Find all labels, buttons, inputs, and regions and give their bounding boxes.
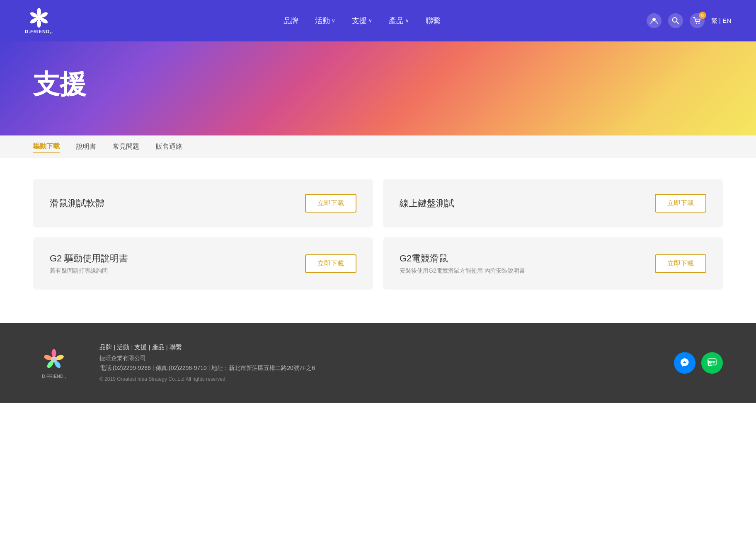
header: D.FRIEND,, 品牌 活動 ∨ 支援 ∨ 產品 ∨ 聯繫 bbox=[0, 0, 756, 41]
cart-badge: 0 bbox=[699, 12, 706, 19]
logo-text: D.FRIEND,, bbox=[25, 29, 53, 34]
header-actions: 0 繁 | EN bbox=[647, 13, 731, 28]
download-keyboard-test-button[interactable]: 立即下載 bbox=[655, 194, 706, 213]
nav-products[interactable]: 產品 ∨ bbox=[389, 16, 409, 26]
hero-title: 支援 bbox=[33, 66, 86, 102]
footer-logo-icon bbox=[39, 347, 68, 372]
logo-icon bbox=[27, 7, 51, 28]
subnav-manual[interactable]: 說明書 bbox=[76, 141, 96, 153]
footer-logo-text: D.FRIEND,, bbox=[42, 374, 66, 379]
download-g2-manual-button[interactable]: 立即下載 bbox=[305, 254, 356, 273]
footer-logo: D.FRIEND,, bbox=[33, 347, 75, 379]
search-icon[interactable] bbox=[668, 13, 683, 28]
footer-company: 捷旺企業有限公司 bbox=[99, 355, 649, 362]
messenger-button[interactable] bbox=[674, 352, 695, 374]
footer: D.FRIEND,, 品牌 | 活動 | 支援 | 產品 | 聯繫 捷旺企業有限… bbox=[0, 323, 756, 403]
svg-point-8 bbox=[672, 18, 677, 22]
card-g2-mouse-title: G2電競滑鼠 bbox=[400, 252, 655, 265]
nav-support[interactable]: 支援 ∨ bbox=[352, 16, 372, 26]
subnav-faq[interactable]: 常見問題 bbox=[113, 141, 139, 153]
card-g2-mouse: G2電競滑鼠 安裝後使用G2電競滑鼠方能使用 內附安裝說明書 立即下載 bbox=[383, 237, 723, 290]
card-keyboard-test-title: 線上鍵盤測試 bbox=[400, 197, 655, 210]
card-mouse-test-content: 滑鼠測試軟體 bbox=[50, 197, 305, 210]
svg-point-11 bbox=[698, 23, 700, 24]
card-g2-manual: G2 驅動使用說明書 若有疑問請打專線詢問 立即下載 bbox=[33, 237, 373, 290]
main-nav: 品牌 活動 ∨ 支援 ∨ 產品 ∨ 聯繫 bbox=[78, 16, 647, 26]
subnav-driver-download[interactable]: 驅動下載 bbox=[33, 140, 60, 153]
card-mouse-test-title: 滑鼠測試軟體 bbox=[50, 197, 305, 210]
card-g2-mouse-subtitle: 安裝後使用G2電競滑鼠方能使用 內附安裝說明書 bbox=[400, 267, 655, 275]
card-keyboard-test: 線上鍵盤測試 立即下載 bbox=[383, 179, 723, 227]
svg-line-9 bbox=[676, 22, 679, 24]
download-g2-mouse-button[interactable]: 立即下載 bbox=[655, 254, 706, 273]
lang-switch[interactable]: 繁 | EN bbox=[711, 17, 731, 25]
logo[interactable]: D.FRIEND,, bbox=[25, 7, 53, 34]
download-mouse-test-button[interactable]: 立即下載 bbox=[305, 194, 356, 213]
footer-copyright: © 2019 Greatest Idea Strategy Co.,Ltd Al… bbox=[99, 376, 649, 382]
card-g2-mouse-content: G2電競滑鼠 安裝後使用G2電競滑鼠方能使用 內附安裝說明書 bbox=[400, 252, 655, 275]
sub-nav: 驅動下載 說明書 常見問題 販售通路 bbox=[0, 135, 756, 158]
footer-nav-links: 品牌 | 活動 | 支援 | 產品 | 聯繫 bbox=[99, 343, 649, 351]
nav-brand[interactable]: 品牌 bbox=[284, 16, 298, 26]
nav-contact[interactable]: 聯繫 bbox=[426, 16, 441, 26]
card-g2-manual-content: G2 驅動使用說明書 若有疑問請打專線詢問 bbox=[50, 252, 305, 275]
user-icon[interactable] bbox=[647, 13, 662, 28]
svg-point-17 bbox=[51, 356, 57, 363]
footer-info: 品牌 | 活動 | 支援 | 產品 | 聯繫 捷旺企業有限公司 電話:(02)2… bbox=[99, 343, 649, 382]
line-button[interactable]: L bbox=[701, 352, 723, 374]
svg-point-12 bbox=[51, 349, 56, 357]
footer-contact: 電話:(02)2299-9266 | 傳真:(02)2298-9710 | 地址… bbox=[99, 365, 649, 372]
hero-banner: 支援 bbox=[0, 41, 756, 135]
card-g2-manual-title: G2 驅動使用說明書 bbox=[50, 252, 305, 265]
subnav-retail[interactable]: 販售通路 bbox=[156, 141, 182, 153]
cart-icon[interactable]: 0 bbox=[690, 13, 705, 28]
svg-point-10 bbox=[696, 23, 697, 24]
card-mouse-test: 滑鼠測試軟體 立即下載 bbox=[33, 179, 373, 227]
card-g2-manual-subtitle: 若有疑問請打專線詢問 bbox=[50, 267, 305, 275]
svg-point-6 bbox=[36, 15, 42, 21]
nav-activity[interactable]: 活動 ∨ bbox=[315, 16, 335, 26]
card-keyboard-test-content: 線上鍵盤測試 bbox=[400, 197, 655, 210]
footer-social: L bbox=[674, 352, 723, 374]
cards-grid: 滑鼠測試軟體 立即下載 線上鍵盤測試 立即下載 G2 驅動使用說明書 若有疑問請… bbox=[33, 179, 723, 290]
main-content: 滑鼠測試軟體 立即下載 線上鍵盤測試 立即下載 G2 驅動使用說明書 若有疑問請… bbox=[0, 158, 756, 323]
